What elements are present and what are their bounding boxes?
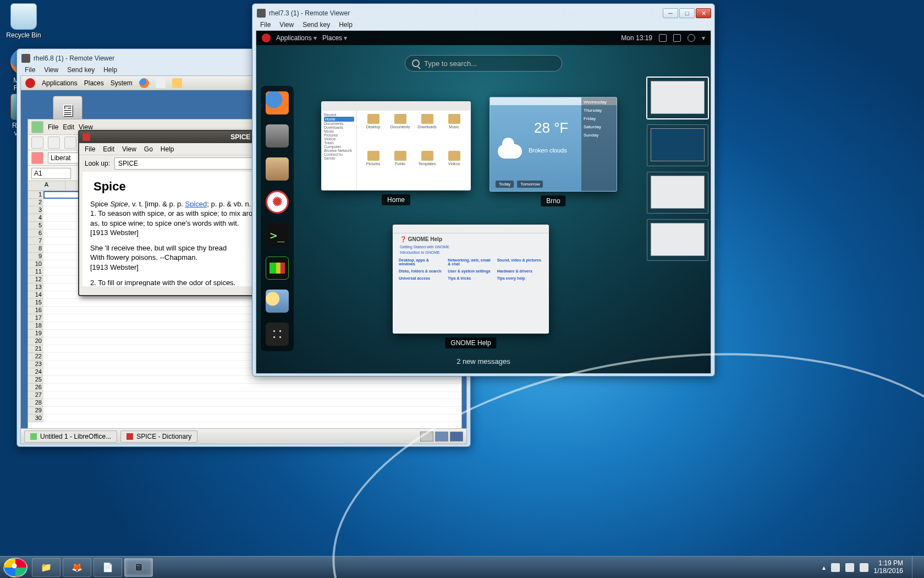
open-icon[interactable] [48, 137, 60, 149]
user-menu-chevron-icon[interactable]: ▾ [702, 34, 705, 42]
row-15[interactable]: 15 [28, 299, 43, 307]
workspace-2[interactable] [435, 432, 448, 441]
workspace-strip[interactable] [647, 77, 708, 261]
titlebar[interactable]: rhel7.3 (1) - Remote Viewer ─ □ ✕ [256, 7, 711, 19]
row-24[interactable]: 24 [28, 368, 43, 376]
workspace-thumb-1[interactable] [647, 77, 708, 119]
menu-sendkey[interactable]: Send key [302, 21, 330, 29]
row-19[interactable]: 19 [28, 330, 43, 337]
menu-help[interactable]: Help [339, 21, 353, 29]
workspace-thumb-2[interactable] [647, 124, 708, 166]
show-desktop-button[interactable] [912, 557, 919, 579]
vm-screen[interactable]: Applications Places Mon 13:19 ▾ Type to … [256, 30, 711, 374]
row-26[interactable]: 26 [28, 384, 43, 391]
weather-today[interactable]: Today [496, 181, 514, 188]
row-27[interactable]: 27 [28, 391, 43, 399]
taskbar-explorer-icon[interactable]: 📁 [32, 558, 61, 577]
dash-software-icon[interactable] [266, 157, 289, 181]
calc-menu-edit[interactable]: Edit [63, 123, 74, 131]
row-11[interactable]: 11 [28, 268, 43, 276]
row-6[interactable]: 6 [28, 230, 43, 237]
topbar-clock[interactable]: Mon 13:19 [621, 34, 652, 42]
row-16[interactable]: 16 [28, 307, 43, 314]
row-4[interactable]: 4 [28, 214, 43, 222]
row-17[interactable]: 17 [28, 314, 43, 322]
taskbar-remote-viewer-icon[interactable]: 🖥 [124, 558, 153, 577]
menu-help[interactable]: Help [103, 66, 117, 74]
topbar-places[interactable]: Places [322, 34, 347, 42]
action-center-icon[interactable] [831, 563, 840, 572]
gnome3-top-bar[interactable]: Applications Places Mon 13:19 ▾ [256, 31, 711, 45]
row-22[interactable]: 22 [28, 353, 43, 361]
dict-menu-help[interactable]: Help [161, 145, 174, 153]
overview-thumb-files[interactable]: RecentHomeDocumentsDownloadsMusicPicture… [321, 101, 471, 190]
gnome3-dash[interactable]: ✺ >_ [261, 86, 294, 351]
accessibility-icon[interactable] [659, 34, 667, 42]
row-7[interactable]: 7 [28, 237, 43, 245]
workspace-1[interactable] [420, 432, 433, 441]
show-hidden-icons-chevron-icon[interactable]: ▴ [822, 564, 826, 571]
menu-file[interactable]: File [260, 21, 271, 29]
save-icon[interactable] [64, 137, 76, 149]
row-29[interactable]: 29 [28, 407, 43, 415]
windows-taskbar[interactable]: 📁 🦊 📄 🖥 ▴ 1:19 PM 1/18/2016 [0, 556, 924, 578]
link-spiced[interactable]: Spiced [185, 200, 207, 208]
menu-view[interactable]: View [44, 66, 58, 74]
rhel73-remote-viewer-window[interactable]: rhel7.3 (1) - Remote Viewer ─ □ ✕ File V… [252, 3, 715, 377]
row-8[interactable]: 8 [28, 245, 43, 253]
row-5[interactable]: 5 [28, 222, 43, 230]
workspace-switcher[interactable] [420, 432, 463, 441]
row-25[interactable]: 25 [28, 376, 43, 384]
new-doc-icon[interactable] [31, 137, 43, 149]
dash-firefox-icon[interactable] [266, 91, 289, 114]
taskbar-dictionary[interactable]: SPICE - Dictionary [120, 430, 197, 443]
dash-show-apps-icon[interactable] [266, 323, 289, 346]
row-30[interactable]: 30 [28, 415, 43, 422]
row-28[interactable]: 28 [28, 399, 43, 407]
taskbar-notepad-icon[interactable]: 📄 [94, 558, 122, 577]
weather-tomorrow[interactable]: Tomorrow [517, 181, 543, 188]
windows-desktop[interactable]: Recycle Bin Mozilla Firefox Remote viewe… [0, 0, 924, 578]
taskbar-clock[interactable]: 1:19 PM 1/18/2016 [874, 560, 903, 575]
row-14[interactable]: 14 [28, 291, 43, 299]
dash-system-monitor-icon[interactable] [266, 257, 289, 280]
panel-system[interactable]: System [111, 79, 133, 87]
row-headers[interactable]: 1234567891011121314151617181920212223242… [28, 191, 43, 422]
power-icon[interactable] [688, 34, 695, 42]
row-1[interactable]: 1 [28, 191, 43, 199]
cell-name-box[interactable] [31, 168, 71, 179]
dict-menu-file[interactable]: File [85, 145, 95, 153]
overview-thumb-help[interactable]: ❓ GNOME Help Getting Started with GNOME … [393, 225, 549, 334]
gnome2-bottom-panel[interactable]: Untitled 1 - LibreOffice... SPICE - Dict… [21, 428, 466, 444]
minimize-button[interactable]: ─ [663, 8, 678, 18]
dash-files-icon[interactable] [266, 124, 289, 148]
topbar-applications[interactable]: Applications [276, 34, 317, 42]
firefox-launcher-icon[interactable] [139, 78, 149, 88]
row-9[interactable]: 9 [28, 253, 43, 260]
row-23[interactable]: 23 [28, 361, 43, 368]
calc-menu-file[interactable]: File [48, 123, 58, 131]
network-icon[interactable] [845, 563, 854, 572]
system-tray[interactable]: ▴ 1:19 PM 1/18/2016 [822, 557, 924, 579]
volume-icon[interactable] [860, 563, 868, 572]
row-20[interactable]: 20 [28, 337, 43, 345]
row-3[interactable]: 3 [28, 206, 43, 214]
menu-sendkey[interactable]: Send key [67, 66, 95, 74]
overview-thumb-weather[interactable]: 28 °F Broken clouds Today Tomorrow Wedne… [490, 97, 617, 192]
volume-icon[interactable] [673, 34, 681, 42]
workspace-thumb-3[interactable] [647, 172, 708, 214]
recycle-bin-icon[interactable]: Recycle Bin [4, 3, 43, 39]
selected-cell[interactable] [43, 191, 81, 199]
taskbar-firefox-icon[interactable]: 🦊 [63, 558, 91, 577]
start-button[interactable] [3, 558, 28, 577]
notes-launcher-icon[interactable] [172, 78, 182, 88]
close-button[interactable]: ✕ [696, 8, 711, 18]
row-12[interactable]: 12 [28, 276, 43, 283]
dash-terminal-icon[interactable]: >_ [266, 223, 289, 247]
panel-places[interactable]: Places [84, 79, 104, 87]
style-icon[interactable] [31, 152, 43, 164]
dash-help-icon[interactable]: ✺ [266, 190, 289, 214]
menu-file[interactable]: File [25, 66, 35, 74]
taskbar-libreoffice[interactable]: Untitled 1 - LibreOffice... [24, 430, 117, 443]
col-A[interactable]: A [28, 181, 65, 190]
